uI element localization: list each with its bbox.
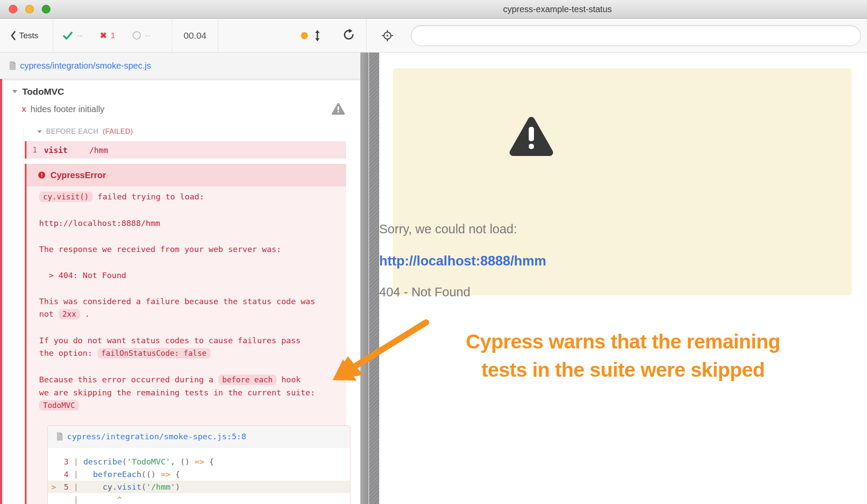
auto-scroll-toggle-icon[interactable] [314, 30, 321, 41]
annotation-arrow-icon [322, 313, 439, 391]
failed-count: 1 [111, 31, 116, 40]
url-input[interactable] [411, 25, 861, 46]
test-duration: 00.04 [172, 19, 218, 52]
code-line-4: 4 | beforeEach(() => { [48, 468, 350, 481]
collapse-caret-icon[interactable] [12, 90, 17, 93]
window-title: cypress-example-test-status [480, 0, 634, 19]
code-line-5-highlighted: >5 | cy.visit('/hmm') [48, 481, 350, 493]
titlebar: cypress-example-test-status [0, 0, 867, 19]
annotation-line-2: tests in the suite were skipped [379, 356, 867, 384]
code-chip-2xx: 2xx [59, 309, 80, 319]
error-exclamation-icon: ! [38, 172, 45, 179]
code-chip-before-each: before each [218, 375, 277, 385]
test-fail-x-icon: x [22, 105, 26, 114]
test-warning-icon [332, 103, 345, 116]
reporter-panel: cypress/integration/smoke-spec.js TodoMV… [0, 53, 360, 504]
code-chip-cy-visit: cy.visit() [39, 192, 93, 202]
error-line-option: If you do not want status codes to cause… [39, 334, 338, 360]
before-each-hook-row[interactable]: BEFORE EACH (FAILED) [2, 126, 360, 137]
error-line-failed-load: cy.visit() failed trying to load: [39, 190, 338, 203]
app-window: { "window": { "title": "cypress-example-… [0, 0, 867, 504]
pending-count: -- [145, 31, 150, 40]
spec-path-link[interactable]: cypress/integration/smoke-spec.js [20, 61, 151, 71]
traffic-lights [9, 5, 50, 13]
error-line-404: > 404: Not Found [39, 269, 338, 282]
aut-url-link[interactable]: http://localhost:8888/hmm [379, 253, 684, 269]
command-number: 1 [27, 146, 37, 154]
close-window-button[interactable] [9, 5, 17, 13]
annotation-line-1: Cypress warns that the remaining [379, 328, 867, 356]
aut-panel: Sorry, we could not load: http://localho… [379, 53, 867, 504]
runner-toolbar: Tests -- ✖ 1 -- 00.04 [0, 19, 867, 53]
code-caret-line: | ^ [48, 493, 350, 504]
error-line-skipping: Because this error occurred during a bef… [39, 373, 338, 412]
failed-test-row[interactable]: x hides footer initially [2, 103, 360, 116]
test-stats: -- ✖ 1 -- [53, 19, 172, 52]
address-bar-section [367, 19, 867, 52]
command-method: visit [44, 146, 67, 155]
reporter-scrollbar[interactable] [360, 53, 368, 504]
error-header[interactable]: ! CypressError [27, 164, 346, 186]
visit-command-row[interactable]: 1 visit /hmm [25, 141, 346, 159]
suite-row-todomvc[interactable]: TodoMVC [2, 85, 360, 98]
zoom-window-button[interactable] [42, 5, 50, 13]
code-chip-todomvc: TodoMVC [39, 400, 79, 411]
test-name: hides footer initially [30, 104, 104, 114]
error-line-status-code: This was considered a failure because th… [39, 295, 338, 321]
reload-icon [343, 29, 355, 41]
error-line-response: The response we received from your web s… [39, 243, 338, 255]
reload-tests-button[interactable] [343, 29, 355, 43]
aut-sorry-text: Sorry, we could not load: [379, 222, 684, 236]
hook-collapse-caret-icon[interactable] [37, 130, 42, 133]
back-to-tests-button[interactable]: Tests [0, 19, 53, 52]
error-message-body: cy.visit() failed trying to load: http:/… [27, 186, 346, 504]
code-chip-fail-on-status: failOnStatusCode: false [97, 348, 210, 358]
code-frame-header: cypress/integration/smoke-spec.js:5:8 [48, 426, 350, 448]
failed-suite-container: TodoMVC x hides footer initially BEFORE … [0, 79, 360, 504]
code-frame: cypress/integration/smoke-spec.js:5:8 3 … [47, 425, 350, 504]
file-icon [9, 61, 16, 70]
suite-name: TodoMVC [22, 86, 64, 97]
passed-check-icon[interactable] [63, 31, 73, 40]
command-message: /hmm [89, 146, 108, 155]
code-frame-body: 3 | describe('TodoMVC', () => { 4 | befo… [48, 448, 350, 504]
passed-count: -- [77, 31, 83, 40]
aut-status-text: 404 - Not Found [379, 285, 684, 299]
cypress-error-block: ! CypressError cy.visit() failed trying … [25, 164, 346, 504]
pending-circle-icon[interactable] [133, 31, 141, 40]
error-name: CypressError [50, 170, 106, 180]
failed-x-icon[interactable]: ✖ [100, 30, 107, 40]
error-line-url: http://localhost:8888/hmm [39, 217, 338, 229]
minimize-window-button[interactable] [25, 5, 34, 13]
main-split: cypress/integration/smoke-spec.js TodoMV… [0, 53, 867, 504]
toolbar-controls [218, 19, 367, 52]
spec-header: cypress/integration/smoke-spec.js [0, 53, 360, 79]
panel-resizer-handle[interactable] [368, 53, 379, 504]
chevron-left-icon [10, 31, 16, 40]
file-icon [57, 432, 63, 441]
hook-failed-status: (FAILED) [103, 128, 133, 136]
code-line-3: 3 | describe('TodoMVC', () => { [48, 455, 350, 468]
hook-label: BEFORE EACH [46, 128, 98, 136]
auto-scroll-dot-icon [301, 32, 308, 39]
selector-playground-icon[interactable] [381, 30, 393, 42]
annotation-text: Cypress warns that the remaining tests i… [379, 328, 867, 384]
back-to-tests-label: Tests [19, 31, 38, 40]
code-frame-location-link[interactable]: cypress/integration/smoke-spec.js:5:8 [67, 430, 246, 443]
indent-guide-line [23, 128, 23, 504]
aut-warning-triangle-icon [379, 116, 684, 159]
